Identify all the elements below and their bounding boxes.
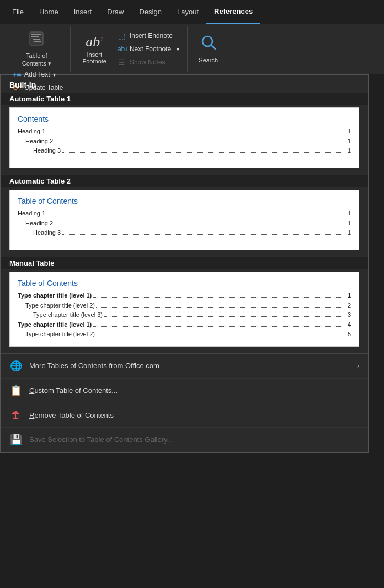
toc-row: Type chapter title (level 2) 5 [18, 330, 351, 339]
manual-table-title: Table of Contents [18, 279, 351, 288]
remove-toc-menu-item[interactable]: 🗑 Remove Table of Contents [1, 403, 368, 428]
toc-dropdown-panel: Built-In Automatic Table 1 Contents Head… [0, 74, 369, 453]
search-button[interactable]: Search [193, 29, 223, 68]
toc-row: Heading 3 1 [18, 146, 351, 156]
tab-references[interactable]: References [206, 0, 260, 24]
next-footnote-icon: ab↓ [118, 45, 126, 53]
toc-group: Table of Contents ▾ +≡ Add Text ▾ ↻≡ Upd… [3, 26, 71, 72]
more-toc-menu-item[interactable]: 🌐 More Tables of Contents from Office.co… [1, 354, 368, 379]
more-toc-icon: 🌐 [9, 360, 23, 372]
tab-draw[interactable]: Draw [99, 0, 131, 24]
toc-icon [28, 30, 45, 50]
insert-endnote-button[interactable]: ⬚ Insert Endnote [114, 30, 183, 42]
manual-table-header: Manual Table [1, 257, 368, 269]
insert-endnote-icon: ⬚ [118, 31, 126, 40]
auto-table-2-header: Automatic Table 2 [1, 175, 368, 187]
auto-table-1-title: Contents [18, 115, 351, 123]
toc-row: Heading 1 1 [18, 127, 351, 137]
toc-label: Table of Contents ▾ [22, 52, 51, 67]
toc-row: Type chapter title (level 1) 1 [18, 291, 351, 301]
save-selection-menu-item[interactable]: 💾 Save Selection to Table of Contents Ga… [1, 428, 368, 452]
menu-section: 🌐 More Tables of Contents from Office.co… [1, 353, 368, 452]
custom-toc-icon: 📋 [9, 385, 23, 397]
add-text-button[interactable]: +≡ Add Text ▾ [9, 68, 67, 80]
toc-row: Heading 3 1 [18, 228, 351, 238]
search-group: Search [190, 26, 227, 72]
show-notes-button[interactable]: ☰ Show Notes [114, 56, 183, 68]
tab-design[interactable]: Design [132, 0, 169, 24]
ribbon-tabs: File Home Insert Draw Design Layout Refe… [0, 0, 384, 24]
custom-toc-menu-item[interactable]: 📋 Custom Table of Contents... [1, 379, 368, 403]
toc-row: Type chapter title (level 1) 4 [18, 320, 351, 330]
insert-footnote-button[interactable]: ab1 Insert Footnote [77, 29, 112, 69]
tab-home[interactable]: Home [31, 0, 66, 24]
show-notes-icon: ☰ [118, 58, 126, 67]
next-footnote-button[interactable]: ab↓ Next Footnote ▾ [114, 44, 183, 55]
auto-table-1-preview[interactable]: Contents Heading 1 1 Heading 2 1 Heading… [9, 107, 359, 168]
manual-table-preview[interactable]: Table of Contents Type chapter title (le… [9, 272, 359, 347]
toc-row: Heading 2 1 [18, 219, 351, 229]
footnote-icon: ab1 [86, 34, 103, 50]
tab-layout[interactable]: Layout [169, 0, 206, 24]
add-text-icon: +≡ [12, 70, 21, 79]
toc-row: Type chapter title (level 2) 2 [18, 301, 351, 311]
toc-row: Type chapter title (level 3) 3 [18, 310, 351, 320]
remove-toc-icon: 🗑 [9, 409, 23, 421]
auto-table-2-title: Table of Contents [18, 197, 351, 206]
svg-rect-0 [30, 32, 43, 45]
toc-row: Heading 1 1 [18, 209, 351, 219]
toc-row: Heading 2 1 [18, 137, 351, 147]
svg-line-6 [211, 45, 215, 49]
tab-file[interactable]: File [4, 0, 31, 24]
toc-button[interactable]: Table of Contents ▾ [18, 29, 56, 68]
ribbon-content: Table of Contents ▾ +≡ Add Text ▾ ↻≡ Upd… [0, 24, 384, 74]
save-selection-icon: 💾 [9, 434, 23, 446]
tab-insert[interactable]: Insert [66, 0, 100, 24]
search-icon [200, 34, 217, 55]
auto-table-1-header: Automatic Table 1 [1, 93, 368, 105]
auto-table-2-preview[interactable]: Table of Contents Heading 1 1 Heading 2 … [9, 190, 359, 250]
footnotes-group: ab1 Insert Footnote ⬚ Insert Endnote ab↓… [73, 26, 188, 72]
arrow-icon: › [357, 362, 359, 370]
